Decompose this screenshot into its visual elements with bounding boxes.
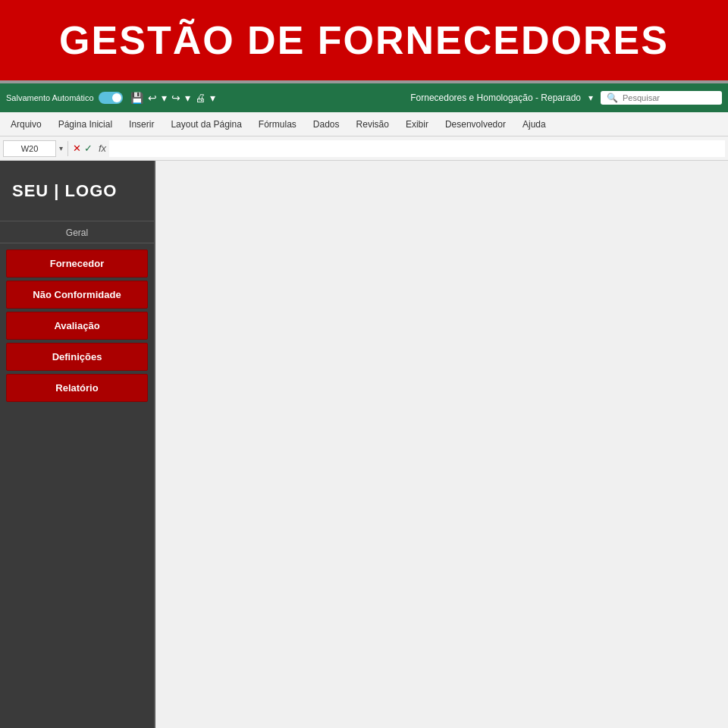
formula-fx-label: fx xyxy=(99,143,106,154)
search-icon: 🔍 xyxy=(607,93,618,103)
page-title: GESTÃO DE FORNECEDORES xyxy=(59,17,669,63)
nav-definicoes[interactable]: Definições xyxy=(6,343,148,371)
filename-label: Fornecedores e Homologação - Reparado xyxy=(410,93,581,103)
redo-icon[interactable]: ↪ xyxy=(171,92,180,104)
search-box[interactable]: 🔍 xyxy=(601,91,722,105)
formula-bar: W20 ▾ ✕ ✓ fx xyxy=(0,136,728,161)
autosave-control[interactable]: Salvamento Automático xyxy=(6,92,123,104)
cell-ref-dropdown-icon[interactable]: ▾ xyxy=(59,144,63,152)
excel-toolbar: Salvamento Automático 💾 ↩ ▾ ↪ ▾ 🖨 ▾ Forn… xyxy=(0,83,728,112)
print-icon[interactable]: 🖨 xyxy=(195,92,206,104)
formula-divider xyxy=(67,141,68,156)
save-icon[interactable]: 💾 xyxy=(130,92,143,104)
autosave-label: Salvamento Automático xyxy=(6,93,94,102)
nav-fornecedor[interactable]: Fornecedor xyxy=(6,249,148,278)
header-banner: GESTÃO DE FORNECEDORES xyxy=(0,0,728,83)
toolbar-extra-icon[interactable]: ▾ xyxy=(210,92,215,104)
autosave-toggle[interactable] xyxy=(99,92,123,104)
toolbar-icons: 💾 ↩ ▾ ↪ ▾ 🖨 ▾ xyxy=(130,92,215,104)
formula-input[interactable] xyxy=(109,140,725,157)
menu-exibir[interactable]: Exibir xyxy=(398,116,436,133)
menu-ajuda[interactable]: Ajuda xyxy=(515,116,554,133)
undo-dropdown-icon[interactable]: ▾ xyxy=(162,92,167,104)
menu-revisao[interactable]: Revisão xyxy=(349,116,397,133)
cell-reference[interactable]: W20 xyxy=(3,140,56,157)
spreadsheet-area xyxy=(155,161,728,728)
sidebar: SEU | LOGO Geral Fornecedor Não Conformi… xyxy=(0,161,155,728)
main-content: SEU | LOGO Geral Fornecedor Não Conformi… xyxy=(0,161,728,728)
menu-inserir[interactable]: Inserir xyxy=(121,116,162,133)
filename-dropdown-icon[interactable]: ▾ xyxy=(588,93,593,103)
confirm-formula-icon[interactable]: ✓ xyxy=(84,143,93,154)
nav-relatorio[interactable]: Relatório xyxy=(6,374,148,402)
sidebar-section-label: Geral xyxy=(0,221,154,243)
excel-menubar: Arquivo Página Inicial Inserir Layout da… xyxy=(0,112,728,136)
redo-dropdown-icon[interactable]: ▾ xyxy=(185,92,190,104)
menu-pagina-inicial[interactable]: Página Inicial xyxy=(51,116,120,133)
menu-dados[interactable]: Dados xyxy=(306,116,347,133)
undo-icon[interactable]: ↩ xyxy=(148,92,157,104)
menu-arquivo[interactable]: Arquivo xyxy=(3,116,49,133)
menu-layout-pagina[interactable]: Layout da Página xyxy=(163,116,249,133)
formula-buttons: ✕ ✓ xyxy=(73,143,93,154)
sidebar-nav: Fornecedor Não Conformidade Avaliação De… xyxy=(0,243,154,402)
nav-avaliacao[interactable]: Avaliação xyxy=(6,312,148,340)
menu-formulas[interactable]: Fórmulas xyxy=(251,116,304,133)
search-input[interactable] xyxy=(623,93,714,102)
sheet-content xyxy=(155,161,728,728)
nav-nao-conformidade[interactable]: Não Conformidade xyxy=(6,281,148,309)
cancel-formula-icon[interactable]: ✕ xyxy=(73,143,81,154)
sidebar-logo: SEU | LOGO xyxy=(0,161,154,221)
menu-desenvolvedor[interactable]: Desenvolvedor xyxy=(438,116,513,133)
